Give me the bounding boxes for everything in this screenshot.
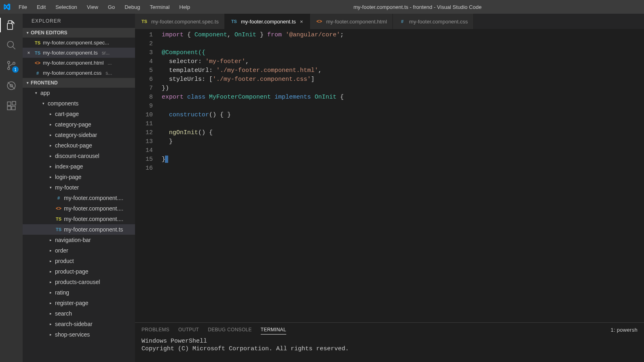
open-editors-list: TSmy-footer.component.spec...×TSmy-foote…	[23, 38, 135, 78]
panel-tab-terminal[interactable]: TERMINAL	[261, 325, 286, 335]
line-number: 8	[135, 93, 162, 102]
source-control-icon[interactable]: 1	[6, 60, 17, 71]
menu-selection[interactable]: Selection	[51, 2, 81, 13]
tsspec-file-icon: TS	[34, 40, 41, 45]
line-number: 3	[135, 48, 162, 57]
line-number: 2	[135, 40, 162, 48]
panel-tab-problems[interactable]: PROBLEMS	[141, 325, 169, 334]
search-icon[interactable]	[6, 40, 17, 51]
open-editor-item[interactable]: #my-footer.component.csss...	[23, 68, 135, 78]
open-editors-header[interactable]: ▾ OPEN EDITORS	[23, 28, 135, 38]
tree-folder[interactable]: ▸index-page	[23, 161, 135, 172]
tree-folder[interactable]: ▸navigation-bar	[23, 235, 135, 245]
tree-file[interactable]: TSmy-footer.component.ts	[23, 224, 135, 235]
tree-folder[interactable]: ▸category-page	[23, 119, 135, 130]
tab-label: my-footer.component.ts	[241, 19, 296, 25]
tree-folder[interactable]: ▸search-sidebar	[23, 319, 135, 329]
tree-label: rating	[55, 289, 69, 296]
tree-folder[interactable]: ▸category-sidebar	[23, 130, 135, 140]
tree-folder[interactable]: ▸order	[23, 245, 135, 256]
tree-folder[interactable]: ▸search	[23, 308, 135, 319]
menu-view[interactable]: View	[83, 2, 102, 13]
svg-rect-8	[7, 102, 11, 105]
panel-tab-debug-console[interactable]: DEBUG CONSOLE	[208, 325, 252, 334]
tree-label: components	[48, 100, 78, 107]
tree-label: category-sidebar	[55, 132, 97, 138]
tree-folder[interactable]: ▸product	[23, 256, 135, 266]
tree-folder[interactable]: ▸discount-carousel	[23, 151, 135, 161]
explorer-icon[interactable]	[6, 19, 17, 31]
ts-file-icon: TS	[55, 227, 62, 232]
svg-rect-10	[12, 106, 15, 110]
tree-label: my-footer.component....	[64, 216, 123, 222]
terminal-selector[interactable]: 1: powersh	[610, 327, 638, 333]
ts-file-icon: TS	[34, 51, 41, 55]
bottom-panel: PROBLEMSOUTPUTDEBUG CONSOLETERMINAL1: po…	[135, 322, 644, 362]
editor-tab[interactable]: <>my-footer.component.html	[310, 14, 393, 29]
svg-point-0	[7, 41, 13, 47]
tree-folder[interactable]: ▸product-page	[23, 266, 135, 277]
open-editor-item[interactable]: ×TSmy-footer.component.tssr...	[23, 48, 135, 58]
menu-edit[interactable]: Edit	[33, 2, 50, 13]
menu-go[interactable]: Go	[104, 2, 119, 13]
menu-file[interactable]: File	[15, 2, 31, 13]
menu-terminal[interactable]: Terminal	[146, 2, 173, 13]
menu-help[interactable]: Help	[175, 2, 194, 13]
tree-file[interactable]: <>my-footer.component....	[23, 203, 135, 214]
tab-label: my-footer.component.html	[326, 19, 387, 25]
editor-area: TSmy-footer.component.spec.tsTSmy-footer…	[135, 14, 644, 362]
tree-label: search-sidebar	[55, 321, 93, 327]
line-number: 6	[135, 75, 162, 84]
tree-label: products-carousel	[55, 279, 100, 285]
tree-label: my-footer	[55, 184, 79, 191]
terminal-output[interactable]: Windows PowerShell Copyright (C) Microso…	[135, 337, 644, 362]
tsspec-file-icon: TS	[141, 19, 148, 24]
chevron-right-icon: ▸	[48, 280, 53, 284]
close-icon[interactable]: ×	[299, 19, 304, 25]
tree-folder[interactable]: ▸register-page	[23, 298, 135, 308]
chevron-down-icon: ▾	[33, 91, 39, 95]
editor-tab[interactable]: TSmy-footer.component.ts×	[225, 14, 310, 29]
chevron-right-icon: ▸	[48, 154, 53, 158]
tree-label: app	[40, 90, 50, 96]
code-editor[interactable]: import { Component, OnInit } from '@angu…	[162, 29, 644, 322]
project-label: FRONTEND	[31, 80, 58, 86]
tree-folder[interactable]: ▸rating	[23, 287, 135, 298]
file-name: my-footer.component.css	[43, 70, 101, 76]
tree-folder[interactable]: ▾app	[23, 88, 135, 98]
panel-tab-output[interactable]: OUTPUT	[178, 325, 199, 334]
tree-label: product	[55, 258, 74, 264]
open-editor-item[interactable]: TSmy-footer.component.spec...	[23, 38, 135, 48]
svg-rect-9	[7, 106, 11, 110]
explorer-sidebar: EXPLORER ▾ OPEN EDITORS TSmy-footer.comp…	[23, 14, 135, 362]
line-number: 4	[135, 57, 162, 66]
tree-folder[interactable]: ▸checkout-page	[23, 140, 135, 151]
debug-icon[interactable]	[6, 80, 17, 91]
tree-folder[interactable]: ▾my-footer	[23, 182, 135, 193]
chevron-right-icon: ▸	[48, 175, 53, 179]
sidebar-title: EXPLORER	[23, 14, 135, 28]
tree-label: discount-carousel	[55, 153, 99, 159]
line-number: 11	[135, 120, 162, 128]
css-file-icon: #	[55, 196, 62, 200]
open-editor-item[interactable]: <>my-footer.component.html...	[23, 58, 135, 68]
html-file-icon: <>	[316, 19, 323, 24]
menu-debug[interactable]: Debug	[120, 2, 144, 13]
tree-folder[interactable]: ▸login-page	[23, 172, 135, 182]
extensions-icon[interactable]	[6, 100, 17, 112]
tsspec-file-icon: TS	[55, 217, 62, 221]
project-header[interactable]: ▾ FRONTEND	[23, 78, 135, 88]
css-file-icon: #	[34, 71, 41, 76]
tree-folder[interactable]: ▸cart-page	[23, 109, 135, 119]
svg-line-1	[13, 46, 15, 49]
tree-folder[interactable]: ▾components	[23, 98, 135, 109]
tree-label: shop-services	[55, 331, 90, 338]
tree-folder[interactable]: ▸products-carousel	[23, 277, 135, 287]
editor-tab[interactable]: #my-footer.component.css	[393, 14, 474, 29]
close-icon[interactable]: ×	[25, 50, 32, 56]
editor-tab[interactable]: TSmy-footer.component.spec.ts	[135, 14, 225, 29]
tree-folder[interactable]: ▸shop-services	[23, 329, 135, 340]
line-number: 9	[135, 102, 162, 111]
tree-file[interactable]: TSmy-footer.component....	[23, 214, 135, 224]
tree-file[interactable]: #my-footer.component....	[23, 193, 135, 203]
